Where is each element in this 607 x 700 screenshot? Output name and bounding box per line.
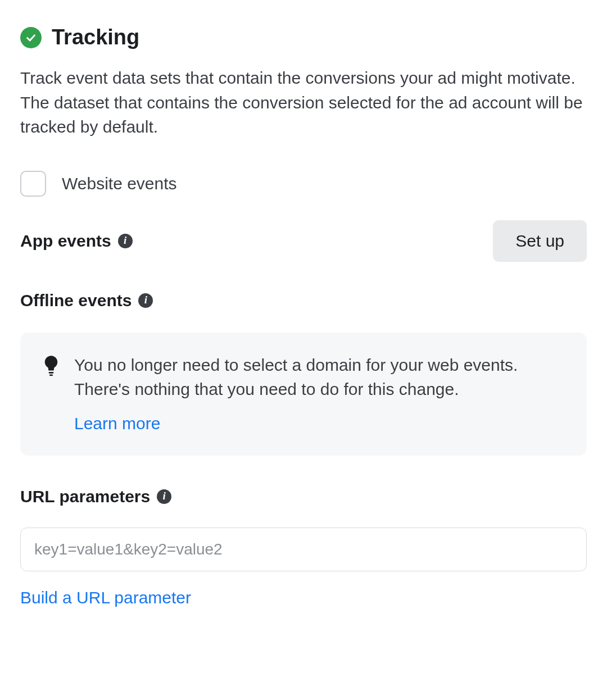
url-parameters-label: URL parameters <box>20 485 150 508</box>
info-box: You no longer need to select a domain fo… <box>20 333 587 456</box>
url-parameters-input[interactable] <box>20 528 587 571</box>
svg-rect-1 <box>49 374 53 376</box>
website-events-checkbox[interactable] <box>20 171 46 197</box>
tracking-description: Track event data sets that contain the c… <box>20 66 587 139</box>
build-url-parameter-link[interactable]: Build a URL parameter <box>20 586 587 610</box>
tracking-header: Tracking <box>20 22 587 52</box>
info-icon[interactable]: i <box>118 234 133 248</box>
url-parameters-label-group: URL parameters i <box>20 485 587 508</box>
svg-rect-0 <box>49 372 54 374</box>
website-events-row: Website events <box>20 171 587 197</box>
info-box-text: You no longer need to select a domain fo… <box>74 353 564 402</box>
info-icon[interactable]: i <box>138 293 153 308</box>
website-events-label: Website events <box>62 172 177 196</box>
info-box-content: You no longer need to select a domain fo… <box>74 353 564 435</box>
section-title: Tracking <box>52 22 139 52</box>
lightbulb-icon <box>43 355 60 376</box>
app-events-label-group: App events i <box>20 229 133 253</box>
info-icon[interactable]: i <box>157 489 171 504</box>
app-events-row: App events i Set up <box>20 220 587 262</box>
setup-button[interactable]: Set up <box>493 220 587 262</box>
offline-events-label: Offline events <box>20 289 132 312</box>
learn-more-link[interactable]: Learn more <box>74 412 160 435</box>
app-events-label: App events <box>20 229 111 253</box>
offline-events-row: Offline events i <box>20 289 587 312</box>
check-circle-icon <box>20 27 42 48</box>
